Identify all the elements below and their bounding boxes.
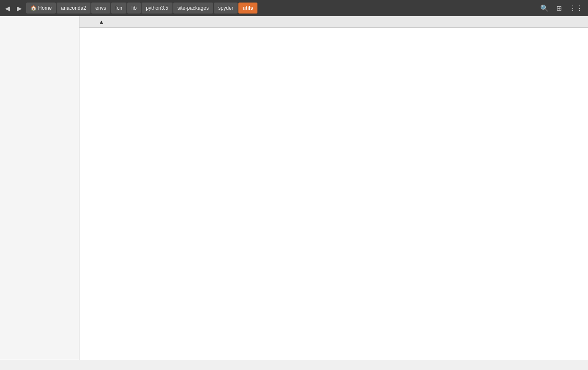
back-button[interactable]: ◀ xyxy=(3,3,13,13)
file-list xyxy=(79,28,588,360)
column-header: ▲ xyxy=(79,16,588,28)
toolbar: ◀ ▶ 🏠 Homeanaconda2envsfcnlibpython3.5si… xyxy=(0,0,588,16)
sidebar xyxy=(0,16,79,360)
breadcrumb-container: 🏠 Homeanaconda2envsfcnlibpython3.5site-p… xyxy=(26,3,536,14)
breadcrumb-item-lib[interactable]: lib xyxy=(127,3,141,14)
breadcrumb-item-envs[interactable]: envs xyxy=(91,3,110,14)
main-area: ▲ xyxy=(0,16,588,360)
breadcrumb-item-home[interactable]: 🏠 Home xyxy=(26,3,56,14)
breadcrumb-item-fcn[interactable]: fcn xyxy=(111,3,126,14)
breadcrumb-item-spyder[interactable]: spyder xyxy=(214,3,238,14)
breadcrumb-item-python35[interactable]: python3.5 xyxy=(142,3,172,14)
breadcrumb-item-utils[interactable]: utils xyxy=(238,3,257,14)
sort-arrow-icon: ▲ xyxy=(100,19,103,24)
status-bar xyxy=(0,360,588,370)
view-toggle-button[interactable]: ⊞ xyxy=(554,3,564,14)
menu-button[interactable]: ⋮⋮ xyxy=(567,3,585,14)
breadcrumb-item-site-packages[interactable]: site-packages xyxy=(173,3,213,14)
col-name-header[interactable]: ▲ xyxy=(98,19,461,24)
forward-button[interactable]: ▶ xyxy=(14,3,25,13)
toolbar-right: 🔍 ⊞ ⋮⋮ xyxy=(538,3,585,14)
file-area: ▲ xyxy=(79,16,588,360)
breadcrumb-item-anaconda2[interactable]: anaconda2 xyxy=(57,3,90,14)
search-button[interactable]: 🔍 xyxy=(538,3,551,14)
